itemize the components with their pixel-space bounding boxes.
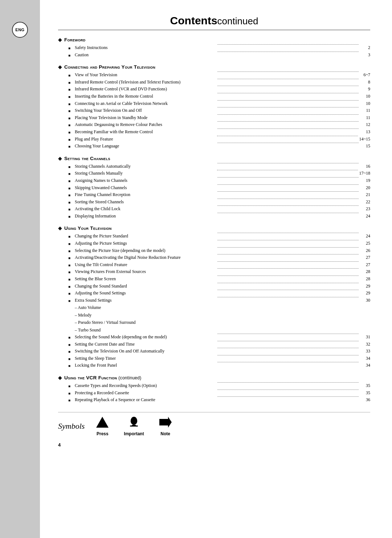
section-title-vcr: Using the VCR Function (continued) <box>64 375 142 380</box>
item-text: Storing Channels Automatically <box>75 163 216 170</box>
bullet: ■ <box>68 214 73 220</box>
page-num: 19 <box>360 177 370 184</box>
item-text: Changing the Picture Standard <box>75 233 216 240</box>
dots <box>217 114 359 115</box>
item-text: Automatic Degaussing to Remove Colour Pa… <box>75 121 216 128</box>
item-text: Activating the Child Lock <box>75 205 216 212</box>
toc-item: ■ Changing the Sound Standard 29 <box>68 283 370 290</box>
dots <box>217 268 359 269</box>
page-num: 10 <box>360 93 370 100</box>
bullet: ■ <box>68 262 73 268</box>
dots <box>217 348 359 348</box>
dots <box>217 100 359 101</box>
bullet: ■ <box>68 45 73 51</box>
item-text: Setting the Sleep Timer <box>75 355 216 362</box>
dots <box>217 93 359 93</box>
page-num: 10 <box>360 100 370 107</box>
page-num: 17~18 <box>359 170 371 177</box>
svg-marker-0 <box>96 417 109 428</box>
dots <box>217 355 359 355</box>
item-text: Locking the Front Panel <box>75 362 216 369</box>
bullet: ■ <box>68 277 73 282</box>
dots <box>217 129 359 129</box>
symbol-press: Press <box>95 416 109 436</box>
dots <box>217 390 359 390</box>
item-text: Connecting to an Aerial or Cable Televis… <box>75 100 216 107</box>
bullet: ■ <box>68 269 73 275</box>
note-label: Note <box>160 431 170 436</box>
section-header-connecting: ◆ Connecting and Preparing Your Televisi… <box>58 64 370 70</box>
page-num: 31 <box>360 334 370 341</box>
toc-list-channels: ■ Storing Channels Automatically 16 ■ St… <box>68 163 370 220</box>
bullet: ■ <box>68 137 73 143</box>
toc-item: ■ View of Your Television 6~7 <box>68 72 370 78</box>
page-num: 29 <box>360 290 370 297</box>
bullet: ■ <box>68 53 73 58</box>
bullet: ■ <box>68 391 73 396</box>
page-num: 2 <box>360 44 370 51</box>
item-text: Repeating Playback of a Sequence or Cass… <box>75 396 216 403</box>
toc-item: ■ Viewing Pictures From External Sources… <box>68 268 370 275</box>
svg-marker-4 <box>159 417 172 428</box>
symbols-label: Symbols <box>58 421 85 431</box>
bullet: ■ <box>68 94 73 100</box>
page-num: 11 <box>360 107 370 114</box>
item-text: Changing the Sound Standard <box>75 283 216 290</box>
dots <box>217 170 358 170</box>
bullet: ■ <box>68 255 73 261</box>
dots <box>217 341 359 341</box>
toc-item: ■ Caution 3 <box>68 52 370 58</box>
toc-item: ■ Fine Tuning Channel Reception 21 <box>68 191 370 198</box>
item-text: Switching the Television On and Off Auto… <box>75 348 216 355</box>
item-text: Inserting the Batteries in the Remote Co… <box>75 93 216 100</box>
dots <box>217 247 359 248</box>
toc-item: ■ Infrared Remote Control (VCR and DVD F… <box>68 86 370 93</box>
toc-item: ■ Selecting the Picture Size (depending … <box>68 247 370 254</box>
dots <box>217 79 359 79</box>
sub-item: – Pseudo Stereo / Virtual Surround <box>75 319 370 326</box>
dots <box>217 184 359 185</box>
bullet: ■ <box>68 398 73 403</box>
bullet: ■ <box>68 356 73 362</box>
press-icon <box>95 416 109 430</box>
toc-item: ■ Plug and Play Feature 14~15 <box>68 136 370 143</box>
dots <box>217 86 359 86</box>
toc-item: ■ Skipping Unwanted Channels 20 <box>68 184 370 191</box>
section-header-setting-channels: ◆ Setting the Channels <box>58 155 370 162</box>
item-text: Sorting the Stored Channels <box>75 199 216 205</box>
page-title: Contentscontinued <box>58 15 370 27</box>
dots <box>217 205 359 206</box>
bullet: ■ <box>68 383 73 389</box>
toc-item: ■ Using the Tilt Control Feature 27 <box>68 261 370 268</box>
toc-item: ■ Setting the Blue Screen 28 <box>68 276 370 282</box>
dots <box>217 396 359 397</box>
dots <box>217 177 359 178</box>
toc-item: ■ Placing Your Television in Standby Mod… <box>68 114 370 121</box>
bullet: ■ <box>68 234 73 240</box>
dots <box>217 121 359 122</box>
bullet: ■ <box>68 101 73 107</box>
dots <box>217 261 359 262</box>
bottom-rule <box>58 412 370 412</box>
toc-item: ■ Adjusting the Picture Settings 25 <box>68 240 370 247</box>
item-text: Displaying Information <box>75 213 216 220</box>
item-text: View of Your Television <box>75 72 216 78</box>
item-text: Infrared Remote Control (VCR and DVD Fun… <box>75 86 216 93</box>
toc-item: ■ Sorting the Stored Channels 22 <box>68 199 370 205</box>
diamond-icon: ◆ <box>58 225 62 231</box>
dots <box>217 143 359 143</box>
bullet: ■ <box>68 192 73 198</box>
toc-list-using-tv: ■ Changing the Picture Standard 24 ■ Adj… <box>68 233 370 368</box>
dots <box>217 72 359 72</box>
toc-item: ■ Setting the Sleep Timer 34 <box>68 355 370 362</box>
page-num: 30 <box>360 297 370 304</box>
toc-item: ■ Infrared Remote Control (Television an… <box>68 79 370 86</box>
sub-item: – Auto Volume <box>75 304 370 311</box>
bullet: ■ <box>68 349 73 355</box>
top-rule <box>58 30 370 30</box>
dots <box>217 276 359 276</box>
bullet: ■ <box>68 284 73 290</box>
section-connecting: ◆ Connecting and Preparing Your Televisi… <box>58 64 370 150</box>
toc-item: ■ Storing Channels Automatically 16 <box>68 163 370 170</box>
item-text: Switching Your Television On and Off <box>75 107 216 114</box>
